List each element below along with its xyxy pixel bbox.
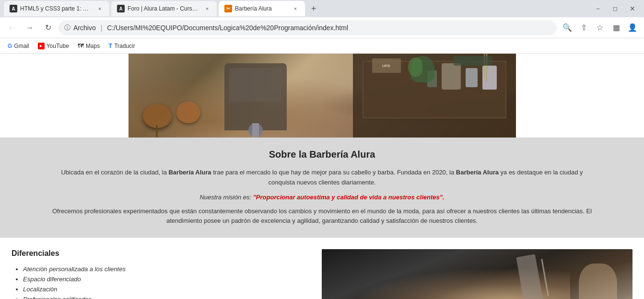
window-controls: – ◻ ✕ xyxy=(590,3,640,14)
diff-item-4: Profesionales calificados xyxy=(23,296,310,299)
bookmark-gmail[interactable]: G Gmail xyxy=(4,41,33,51)
tab2-close[interactable]: × xyxy=(203,5,211,12)
restore-button[interactable]: ◻ xyxy=(608,3,623,14)
hero-image: UFD xyxy=(129,54,516,138)
diff-item-2: Espacio diferenciado xyxy=(23,276,310,283)
bookmark-button[interactable]: ☆ xyxy=(592,20,608,35)
address-bar[interactable]: ⓘ Archivo | C:/Users/MI%20EQUIPO/Documen… xyxy=(59,20,557,35)
bookmarks-bar: G Gmail YouTube 🗺 Maps T Traducir xyxy=(0,38,644,54)
tab3-favicon: ✂ xyxy=(224,5,232,12)
nav-bar: ← → ↻ ⓘ Archivo | C:/Users/MI%20EQUIPO/D… xyxy=(0,17,644,38)
split-view-button[interactable]: ▦ xyxy=(609,20,624,35)
diff-image xyxy=(322,249,632,299)
bookmark-maps-label: Maps xyxy=(86,43,100,49)
about-section: Sobre la Barbería Alura Ubicada en el co… xyxy=(0,138,644,238)
translate-icon: T xyxy=(108,42,112,49)
bookmark-maps[interactable]: 🗺 Maps xyxy=(74,40,104,51)
bookmark-gmail-label: Gmail xyxy=(14,43,29,49)
bookmark-traducir-label: Traducir xyxy=(114,43,135,49)
page-content: UFD Sobre la Barbería Alura Ubicada en e… xyxy=(0,54,644,299)
diff-content: Diferenciales Atención personalizada a l… xyxy=(12,249,310,299)
reload-button[interactable]: ↻ xyxy=(40,20,56,35)
close-button[interactable]: ✕ xyxy=(625,3,640,14)
forward-button[interactable]: → xyxy=(22,20,37,35)
tab-html5[interactable]: A HTML5 y CSS3 parte 1: Mi prime... × xyxy=(4,1,109,16)
protocol-text: Archivo xyxy=(73,24,96,32)
about-title: Sobre la Barbería Alura xyxy=(19,149,625,160)
nav-right-icons: 🔍 ⇧ ☆ ▦ 👤 xyxy=(560,20,640,35)
address-separator: | xyxy=(101,24,103,32)
diff-item-3: Localización xyxy=(23,286,310,293)
tab-barberia[interactable]: ✂ Barbería Alura × xyxy=(219,1,305,16)
tab3-close[interactable]: × xyxy=(292,5,299,12)
about-body: Ofrecemos profesionales experimentados q… xyxy=(35,207,610,227)
diff-item-1: Atención personalizada a los clientes xyxy=(23,265,310,273)
address-path: C:/Users/MI%20EQUIPO/Documents/Logica%20… xyxy=(107,24,348,32)
tab3-title: Barbería Alura xyxy=(235,5,289,12)
about-brand1: Barbería Alura xyxy=(168,169,211,176)
mission-prefix: Nuestra misión es: xyxy=(199,194,253,201)
tab1-close[interactable]: × xyxy=(96,5,104,12)
info-icon: ⓘ xyxy=(64,23,70,32)
search-button[interactable]: 🔍 xyxy=(560,20,575,35)
tab2-favicon: A xyxy=(117,5,125,12)
diff-title: Diferenciales xyxy=(12,249,310,258)
new-tab-button[interactable]: + xyxy=(307,2,320,15)
tab2-title: Foro | Alura Latam - Cursos onlin... xyxy=(128,5,200,12)
about-brand2: Barbería Alura xyxy=(456,169,499,176)
about-desc-prefix: Ubicada en el corazón de la ciudad, la xyxy=(61,169,168,176)
browser-window: A HTML5 y CSS3 parte 1: Mi prime... × A … xyxy=(0,0,644,299)
back-button[interactable]: ← xyxy=(4,20,19,35)
profile-button[interactable]: 👤 xyxy=(625,20,640,35)
mission-quote: "Proporcionar autoestima y calidad de vi… xyxy=(253,194,445,201)
minimize-button[interactable]: – xyxy=(590,3,606,14)
tab1-favicon: A xyxy=(10,5,17,12)
bookmark-youtube[interactable]: YouTube xyxy=(34,41,73,51)
mission-text: Nuestra misión es: "Proporcionar autoest… xyxy=(19,194,625,201)
bookmark-youtube-label: YouTube xyxy=(47,43,69,49)
share-button[interactable]: ⇧ xyxy=(576,20,591,35)
gmail-icon: G xyxy=(8,43,12,49)
diff-list: Atención personalizada a los clientes Es… xyxy=(12,265,310,299)
tab1-title: HTML5 y CSS3 parte 1: Mi prime... xyxy=(20,5,93,12)
tab-alura[interactable]: A Foro | Alura Latam - Cursos onlin... × xyxy=(111,1,217,16)
differentials-section: Diferenciales Atención personalizada a l… xyxy=(0,238,644,299)
maps-icon: 🗺 xyxy=(78,42,84,49)
title-bar: A HTML5 y CSS3 parte 1: Mi prime... × A … xyxy=(0,0,644,17)
about-desc-mid: trae para el mercado lo que hay de mejor… xyxy=(211,169,456,176)
youtube-icon xyxy=(38,43,45,49)
bookmark-traducir[interactable]: T Traducir xyxy=(105,40,139,51)
about-description: Ubicada en el corazón de la ciudad, la B… xyxy=(59,168,586,188)
